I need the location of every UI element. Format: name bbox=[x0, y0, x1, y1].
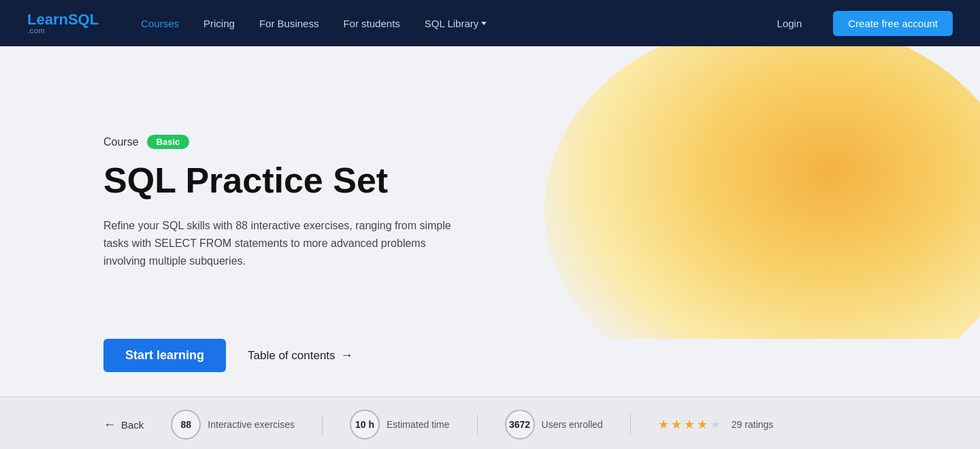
basic-badge: Basic bbox=[147, 135, 190, 149]
logo-sql: SQL bbox=[68, 11, 99, 28]
nav-item-students[interactable]: For students bbox=[333, 14, 409, 33]
star-2-icon: ★ bbox=[671, 417, 682, 432]
logo-learn: Learn bbox=[27, 11, 68, 28]
logo-com: .com bbox=[27, 27, 99, 35]
star-1-icon: ★ bbox=[658, 417, 669, 432]
time-label: Estimated time bbox=[387, 419, 450, 430]
star-5-icon: ★ bbox=[710, 417, 721, 432]
arrow-right-icon: → bbox=[341, 348, 353, 363]
back-link[interactable]: ← Back bbox=[103, 418, 144, 432]
exercises-stat: 88 Interactive exercises bbox=[171, 410, 295, 439]
course-description: Refine your SQL skills with 88 interacti… bbox=[103, 217, 457, 271]
exercises-count: 88 bbox=[171, 410, 201, 439]
enrolled-label: Users enrolled bbox=[542, 419, 603, 430]
nav-item-pricing[interactable]: Pricing bbox=[194, 14, 244, 33]
course-label-row: Course Basic bbox=[103, 135, 457, 149]
nav-item-courses[interactable]: Courses bbox=[131, 14, 189, 33]
nav-item-business[interactable]: For Business bbox=[250, 14, 329, 33]
nav-links: Courses Pricing For Business For student… bbox=[131, 14, 496, 33]
course-title: SQL Practice Set bbox=[103, 161, 457, 200]
hero-section: Course Basic SQL Practice Set Refine you… bbox=[0, 46, 980, 397]
course-label: Course bbox=[103, 136, 139, 148]
star-3-icon: ★ bbox=[684, 417, 695, 432]
ratings-count: 29 ratings bbox=[732, 419, 773, 430]
time-stat: 10 h Estimated time bbox=[350, 410, 450, 439]
nav-item-sql-library[interactable]: SQL Library bbox=[415, 14, 496, 33]
action-row: Start learning Table of contents → bbox=[0, 339, 980, 397]
hero-content-area: Course Basic SQL Practice Set Refine you… bbox=[0, 46, 980, 359]
exercises-label: Interactive exercises bbox=[208, 419, 295, 430]
hero-background-gradient bbox=[544, 46, 980, 359]
stats-bar: ← Back 88 Interactive exercises 10 h Est… bbox=[0, 397, 980, 449]
chevron-down-icon bbox=[481, 22, 487, 25]
logo[interactable]: LearnSQL .com bbox=[27, 12, 99, 35]
star-4-icon: ★ bbox=[697, 417, 708, 432]
stat-divider-2 bbox=[477, 414, 478, 435]
start-learning-button[interactable]: Start learning bbox=[103, 339, 226, 372]
create-account-button[interactable]: Create free account bbox=[833, 11, 953, 36]
back-arrow-icon: ← bbox=[103, 418, 116, 432]
enrolled-stat: 3672 Users enrolled bbox=[505, 410, 603, 439]
hero-text: Course Basic SQL Practice Set Refine you… bbox=[0, 135, 457, 270]
star-rating: ★ ★ ★ ★ ★ bbox=[658, 417, 721, 432]
navbar: LearnSQL .com Courses Pricing For Busine… bbox=[0, 0, 980, 46]
stat-divider-1 bbox=[322, 414, 323, 435]
table-of-contents-link[interactable]: Table of contents → bbox=[248, 348, 353, 363]
stat-divider-3 bbox=[630, 414, 631, 435]
enrolled-count: 3672 bbox=[505, 410, 535, 439]
login-button[interactable]: Login bbox=[768, 14, 812, 33]
ratings-stat: ★ ★ ★ ★ ★ 29 ratings bbox=[658, 417, 773, 432]
time-value: 10 h bbox=[350, 410, 380, 439]
back-label: Back bbox=[121, 419, 144, 431]
